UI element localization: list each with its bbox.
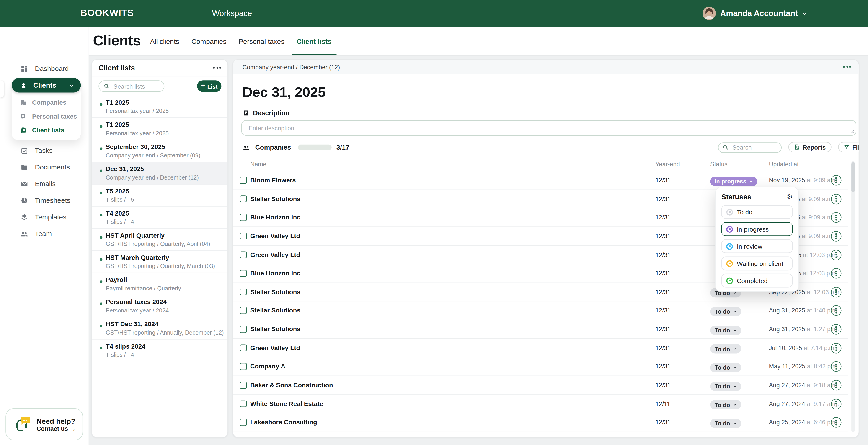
list-item[interactable]: T5 2025T-slips / T5 (92, 184, 227, 207)
company-name[interactable]: Stellar Solutions (250, 289, 301, 295)
status-pill[interactable]: To do (710, 400, 741, 409)
row-menu-button[interactable] (831, 249, 841, 260)
list-item[interactable]: T4 slips 2024T-slips / T4 (92, 339, 227, 362)
status-option-waiting-on-client[interactable]: Waiting on client (721, 256, 793, 270)
reports-button[interactable]: Reports (788, 142, 831, 152)
detail-menu-button[interactable] (843, 66, 851, 67)
list-item[interactable]: PayrollPayroll remittance / Quarterly (92, 273, 227, 295)
sidebar-item-timesheets[interactable]: Timesheets (0, 192, 89, 209)
row-checkbox[interactable] (240, 326, 247, 332)
row-checkbox[interactable] (240, 400, 247, 407)
row-menu-button[interactable] (831, 231, 841, 241)
sidebar-item-documents[interactable]: Documents (0, 159, 89, 176)
row-checkbox[interactable] (240, 363, 247, 370)
sidebar-item-dashboard[interactable]: Dashboard (0, 60, 89, 77)
user-menu[interactable]: Amanda Accountant (703, 7, 807, 20)
status-option-in-progress[interactable]: In progress (721, 222, 793, 236)
row-menu-button[interactable] (831, 324, 841, 335)
row-checkbox[interactable] (240, 177, 247, 184)
company-name[interactable]: Green Valley Ltd (250, 251, 300, 258)
row-checkbox[interactable] (240, 251, 247, 258)
add-list-button[interactable]: + List (197, 80, 222, 92)
list-item-selected[interactable]: Dec 31, 2025Company year-end / December … (92, 162, 227, 184)
company-name[interactable]: Stellar Solutions (250, 326, 301, 332)
company-name[interactable]: Bloom Flowers (250, 177, 296, 183)
help-contact-link[interactable]: Contact us → (36, 425, 76, 432)
row-menu-button[interactable] (831, 287, 841, 297)
row-menu-button[interactable] (831, 305, 841, 316)
status-pill[interactable]: To do (710, 363, 741, 372)
company-name[interactable]: White Stone Real Estate (250, 400, 323, 407)
panel-menu-button[interactable] (213, 67, 221, 69)
row-menu-button[interactable] (831, 194, 841, 204)
table-scrollbar[interactable] (851, 161, 854, 432)
help-card[interactable]: Need help? Contact us → (5, 408, 83, 440)
row-menu-button[interactable] (831, 417, 841, 428)
company-name[interactable]: Lakeshore Consulting (250, 419, 317, 425)
sidebar-collapse-handle[interactable] (0, 80, 4, 97)
scrollbar-thumb[interactable] (851, 162, 854, 192)
sidebar-item-emails[interactable]: Emails (0, 176, 89, 192)
status-pill[interactable]: To do (710, 307, 741, 316)
company-name[interactable]: Company A (250, 363, 285, 370)
status-pill[interactable]: To do (710, 381, 741, 391)
sidebar-item-clients[interactable]: Clients (11, 78, 81, 92)
status-option-to-do[interactable]: To do (721, 205, 793, 219)
list-item[interactable]: Personal taxes 2024Personal tax year / 2… (92, 295, 227, 317)
sidebar-item-personal-taxes[interactable]: Personal taxes (11, 109, 81, 123)
row-menu-button[interactable] (831, 343, 841, 353)
list-item[interactable]: HST Dec 31, 2024GST/HST reporting / Annu… (92, 318, 227, 339)
row-menu-button[interactable] (831, 268, 841, 279)
sidebar-item-team[interactable]: Team (0, 225, 89, 242)
company-name[interactable]: Baker & Sons Construction (250, 382, 333, 388)
row-checkbox[interactable] (240, 214, 247, 221)
page-title: Clients (93, 32, 141, 49)
sidebar-item-companies[interactable]: Companies (11, 95, 81, 109)
list-item[interactable]: HST March QuarterlyGST/HST reporting / Q… (92, 251, 227, 273)
tab-personal-taxes[interactable]: Personal taxes (239, 27, 284, 56)
sidebar-item-client-lists[interactable]: Client lists (11, 123, 81, 137)
row-checkbox[interactable] (240, 345, 247, 351)
company-name[interactable]: Stellar Solutions (250, 307, 301, 314)
row-menu-button[interactable] (831, 175, 841, 185)
status-option-completed[interactable]: Completed (721, 274, 793, 288)
row-checkbox[interactable] (240, 419, 247, 426)
row-checkbox[interactable] (240, 382, 247, 388)
company-name[interactable]: Green Valley Ltd (250, 345, 300, 351)
status-pill[interactable]: To do (710, 344, 741, 354)
description-input[interactable] (241, 120, 857, 136)
radio-icon (726, 226, 733, 232)
row-checkbox[interactable] (240, 270, 247, 277)
row-menu-button[interactable] (831, 380, 841, 390)
statuses-popup: Statuses ⚙ To do In progress In review W… (715, 186, 799, 292)
sidebar-item-tasks[interactable]: Tasks (0, 142, 89, 159)
sidebar: Dashboard Clients Companies Personal tax… (0, 27, 89, 445)
row-checkbox[interactable] (240, 289, 247, 295)
company-name[interactable]: Blue Horizon Inc (250, 270, 301, 276)
row-checkbox[interactable] (240, 307, 247, 314)
tab-client-lists[interactable]: Client lists (297, 27, 332, 56)
list-item[interactable]: T4 2025T-slips / T4 (92, 207, 227, 229)
company-name[interactable]: Blue Horizon Inc (250, 214, 301, 220)
gear-icon[interactable]: ⚙ (787, 194, 793, 200)
status-option-in-review[interactable]: In review (721, 239, 793, 253)
status-pill[interactable]: In progress (710, 176, 757, 186)
tab-companies[interactable]: Companies (191, 27, 226, 56)
list-item[interactable]: HST April QuarterlyGST/HST reporting / Q… (92, 229, 227, 251)
status-pill[interactable]: To do (710, 325, 741, 335)
workspace-link[interactable]: Workspace (212, 9, 252, 18)
status-pill[interactable]: To do (710, 419, 741, 428)
row-menu-button[interactable] (831, 361, 841, 372)
list-item[interactable]: T1 2025Personal tax year / 2025 (92, 118, 227, 140)
company-name[interactable]: Stellar Solutions (250, 195, 301, 202)
list-item[interactable]: September 30, 2025Company year-end / Sep… (92, 140, 227, 162)
tab-all-clients[interactable]: All clients (150, 27, 179, 56)
list-item[interactable]: T1 2025Personal tax year / 2025 (92, 96, 227, 118)
filters-button[interactable]: Filters (838, 142, 859, 152)
row-checkbox[interactable] (240, 195, 247, 202)
sidebar-item-templates[interactable]: Templates (0, 209, 89, 226)
company-name[interactable]: Green Valley Ltd (250, 233, 300, 239)
row-checkbox[interactable] (240, 233, 247, 239)
row-menu-button[interactable] (831, 399, 841, 409)
row-menu-button[interactable] (831, 212, 841, 223)
